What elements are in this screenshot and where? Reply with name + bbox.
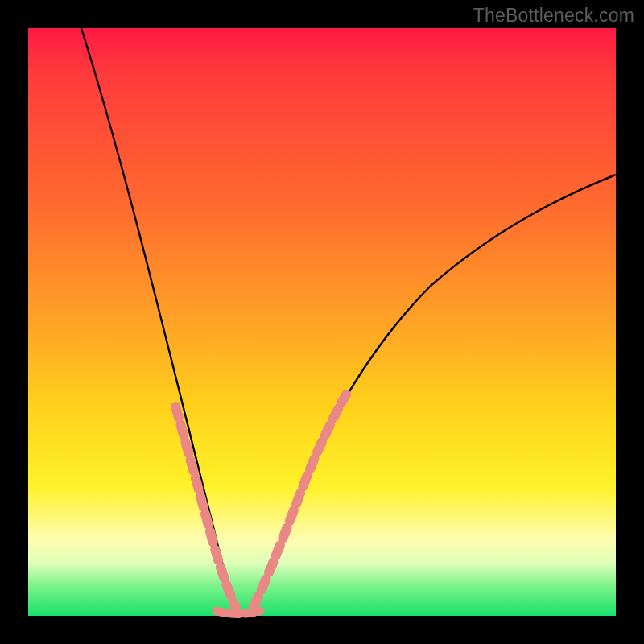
curve-path <box>81 28 616 614</box>
plot-area <box>28 28 616 616</box>
watermark-text: TheBottleneck.com <box>473 5 634 27</box>
chart-frame: TheBottleneck.com <box>0 0 644 644</box>
accent-bottom <box>217 611 260 614</box>
accent-left-flank <box>175 407 236 608</box>
accent-right-flank <box>254 394 346 606</box>
bottleneck-curve <box>28 28 616 616</box>
